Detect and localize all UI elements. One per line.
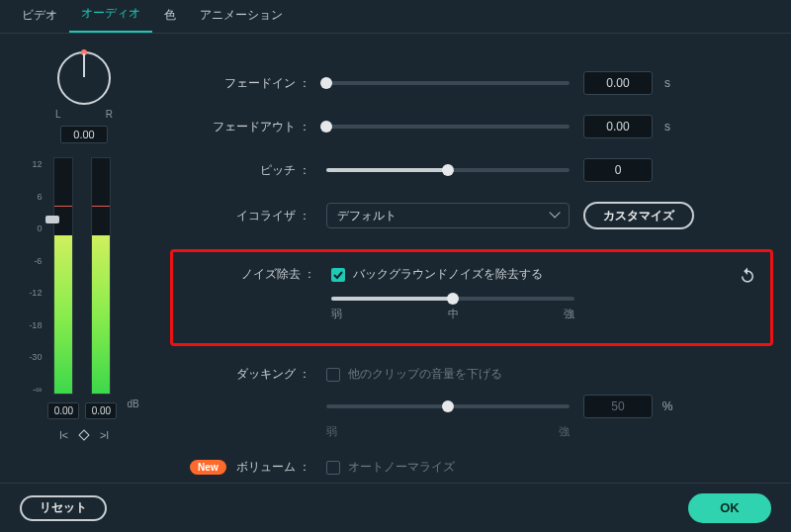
- pitch-label: ピッチ ：: [178, 162, 326, 179]
- noise-slider[interactable]: [331, 297, 574, 301]
- key-prev[interactable]: l<: [59, 429, 68, 441]
- noise-tick-mid: 中: [448, 307, 459, 321]
- fadeout-value[interactable]: 0.00: [583, 115, 653, 138]
- ducking-tick-high: 強: [559, 424, 570, 439]
- fadeout-slider[interactable]: [326, 125, 570, 129]
- pitch-slider[interactable]: [326, 168, 570, 172]
- chevron-down-icon: [549, 211, 559, 221]
- db-unit: dB: [127, 399, 138, 419]
- ducking-unit: %: [659, 399, 676, 413]
- new-badge: New: [190, 460, 226, 475]
- tab-audio[interactable]: オーディオ: [69, 0, 152, 33]
- ducking-check-label: 他のクリップの音量を下げる: [348, 366, 502, 383]
- ok-button[interactable]: OK: [688, 493, 771, 523]
- noise-tick-low: 弱: [331, 307, 342, 321]
- noise-checkbox[interactable]: [331, 268, 345, 282]
- reset-button[interactable]: リセット: [20, 495, 107, 521]
- ducking-checkbox[interactable]: [326, 368, 340, 382]
- reset-icon[interactable]: [739, 266, 756, 284]
- customize-button[interactable]: カスタマイズ: [583, 202, 694, 229]
- meter-value-left: 0.00: [47, 402, 79, 419]
- meter-bar-left: [53, 157, 73, 395]
- volume-slider[interactable]: [47, 216, 57, 255]
- ducking-tick-low: 弱: [326, 424, 337, 439]
- pan-label-l: L: [55, 109, 61, 120]
- tab-animation[interactable]: アニメーション: [188, 0, 295, 33]
- fadeout-unit: s: [659, 120, 676, 133]
- fadeout-label: フェードアウト ：: [178, 119, 326, 135]
- ducking-label: ダッキング ：: [178, 366, 326, 383]
- eq-label: イコライザ ：: [178, 208, 326, 224]
- keyframe-toggle-icon[interactable]: [78, 429, 89, 440]
- noise-check-label: バックグラウンドノイズを除去する: [353, 266, 543, 283]
- noise-tick-high: 強: [564, 307, 574, 321]
- volume-label: ボリューム ：: [236, 459, 310, 476]
- fadein-unit: s: [659, 76, 676, 90]
- pan-label-r: R: [106, 109, 113, 120]
- key-next[interactable]: >l: [100, 429, 109, 441]
- noise-label: ノイズ除去 ：: [183, 266, 331, 283]
- meter-value-right: 0.00: [85, 402, 117, 419]
- volume-checkbox[interactable]: [326, 461, 340, 475]
- meter-scale: 126 0-6 -12-18 -30-∞: [29, 157, 42, 395]
- fadein-slider[interactable]: [326, 81, 570, 85]
- fadein-label: フェードイン ：: [178, 75, 326, 92]
- pan-dial[interactable]: [57, 51, 111, 105]
- eq-select[interactable]: デフォルト: [326, 203, 570, 228]
- tab-color[interactable]: 色: [152, 0, 188, 33]
- volume-check-label: オートノーマライズ: [348, 459, 455, 476]
- fadein-value[interactable]: 0.00: [583, 71, 653, 95]
- ducking-slider[interactable]: [326, 404, 570, 408]
- ducking-value: 50: [583, 395, 653, 418]
- tab-video[interactable]: ビデオ: [10, 0, 69, 33]
- pan-value[interactable]: 0.00: [60, 126, 107, 143]
- meter-bar-right: [91, 157, 111, 395]
- pitch-value[interactable]: 0: [583, 158, 653, 182]
